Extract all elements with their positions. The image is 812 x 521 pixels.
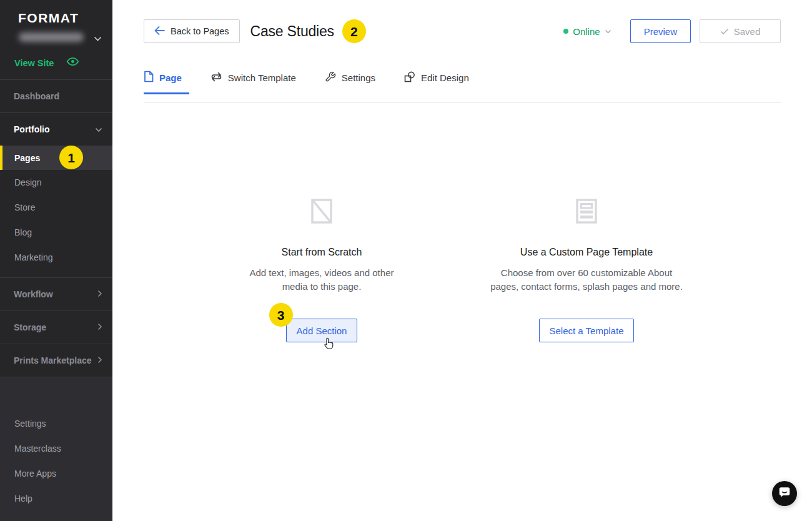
check-icon [720, 26, 729, 37]
sidebar: FORMAT View Site Dashboard [0, 0, 112, 521]
tab-label: Settings [342, 72, 375, 83]
sidebar-item-label: Workflow [14, 289, 53, 299]
sidebar-item-label: Store [14, 202, 35, 212]
preview-button[interactable]: Preview [630, 19, 691, 43]
add-section-button[interactable]: Add Section [286, 319, 358, 342]
start-from-scratch-card: Start from Scratch Add text, images, vid… [228, 199, 415, 342]
sidebar-item-workflow[interactable]: Workflow [0, 278, 112, 311]
card-title: Start from Scratch [282, 247, 362, 258]
tab-label: Page [159, 72, 182, 83]
sidebar-bottom-section: Settings Masterclass More Apps Help [0, 377, 112, 521]
format-logo: FORMAT [18, 11, 112, 26]
step-badge-3: 3 [269, 303, 293, 327]
view-site-label: View Site [14, 58, 54, 68]
chevron-down-icon [95, 124, 102, 134]
sidebar-item-label: Portfolio [14, 124, 50, 134]
page-options: Start from Scratch Add text, images, vid… [228, 199, 781, 342]
chat-launcher-button[interactable] [772, 481, 797, 506]
chevron-down-icon [605, 26, 611, 37]
sidebar-item-storage[interactable]: Storage [0, 311, 112, 344]
tab-settings[interactable]: Settings [325, 71, 383, 94]
app-window: FORMAT View Site Dashboard [0, 0, 812, 521]
sidebar-item-prints-marketplace[interactable]: Prints Marketplace [0, 344, 112, 377]
shapes-icon [404, 71, 415, 84]
back-button-label: Back to Pages [171, 26, 229, 36]
sidebar-item-blog[interactable]: Blog [0, 220, 112, 245]
card-description: Add text, images, videos and other media… [240, 266, 403, 294]
sidebar-item-label: Dashboard [14, 91, 59, 101]
eye-icon [66, 57, 79, 69]
tabs-divider [144, 102, 781, 103]
template-page-icon [576, 199, 597, 226]
sidebar-item-label: Design [14, 177, 42, 187]
custom-template-card: Use a Custom Page Template Choose from o… [483, 199, 690, 342]
sidebar-item-label: Prints Marketplace [14, 355, 92, 365]
sidebar-item-label: Help [14, 494, 32, 504]
tabs-bar: Page Switch Template Settings Edit Desig… [144, 71, 781, 94]
sidebar-item-portfolio[interactable]: Portfolio [0, 113, 112, 146]
sidebar-item-label: More Apps [14, 469, 56, 479]
page-header: Back to Pages Case Studies 2 Online Prev… [144, 19, 781, 43]
step-badge-2: 2 [342, 19, 366, 43]
account-name-blurred [19, 32, 84, 42]
tab-label: Edit Design [421, 72, 469, 83]
account-switcher[interactable] [0, 30, 112, 44]
online-status-dropdown[interactable]: Online [563, 26, 611, 37]
sidebar-item-dashboard[interactable]: Dashboard [0, 80, 112, 113]
sidebar-item-pages[interactable]: Pages 1 [0, 146, 112, 170]
online-status-label: Online [573, 26, 600, 37]
sidebar-item-more-apps[interactable]: More Apps [0, 461, 112, 486]
main-content: Back to Pages Case Studies 2 Online Prev… [112, 0, 812, 521]
portfolio-subitems: Design Store Blog Marketing [0, 170, 112, 278]
sidebar-item-masterclass[interactable]: Masterclass [0, 436, 112, 461]
wrench-icon [325, 71, 336, 84]
sidebar-item-label: Settings [14, 419, 46, 429]
chevron-right-icon [97, 355, 102, 365]
switch-arrows-icon [210, 72, 222, 84]
sidebar-item-label: Storage [14, 322, 46, 332]
tab-label: Switch Template [228, 72, 296, 83]
page-icon [144, 71, 154, 84]
tab-page[interactable]: Page [144, 71, 189, 94]
card-title: Use a Custom Page Template [520, 247, 653, 258]
tab-switch-template[interactable]: Switch Template [210, 71, 304, 94]
sidebar-item-settings[interactable]: Settings [0, 411, 112, 436]
sidebar-item-label: Marketing [14, 252, 52, 262]
chevron-right-icon [97, 322, 102, 332]
saved-label: Saved [734, 26, 761, 37]
sidebar-item-label: Pages [14, 153, 40, 163]
sidebar-item-marketing[interactable]: Marketing [0, 245, 112, 270]
select-template-wrap: Select a Template [539, 319, 635, 342]
tab-edit-design[interactable]: Edit Design [404, 71, 477, 94]
view-site-link[interactable]: View Site [0, 57, 112, 69]
sidebar-item-label: Blog [14, 227, 32, 237]
back-to-pages-button[interactable]: Back to Pages [144, 19, 240, 43]
chevron-right-icon [97, 289, 102, 299]
select-template-button[interactable]: Select a Template [539, 319, 635, 342]
page-title: Case Studies [250, 23, 334, 40]
chat-bubble-icon [778, 485, 791, 502]
blank-page-icon [311, 199, 332, 226]
card-description: Choose from over 60 customizable About p… [486, 266, 687, 294]
sidebar-item-help[interactable]: Help [0, 486, 112, 511]
chevron-down-icon [94, 33, 102, 44]
back-arrow-icon [154, 26, 165, 37]
sidebar-item-design[interactable]: Design [0, 170, 112, 195]
sidebar-item-label: Masterclass [14, 444, 61, 454]
saved-button[interactable]: Saved [700, 19, 781, 43]
add-section-wrap: Add Section 3 [286, 319, 358, 342]
step-badge-1: 1 [59, 146, 83, 169]
online-dot-icon [563, 29, 568, 34]
sidebar-item-store[interactable]: Store [0, 195, 112, 220]
sidebar-header: FORMAT View Site [0, 0, 112, 80]
